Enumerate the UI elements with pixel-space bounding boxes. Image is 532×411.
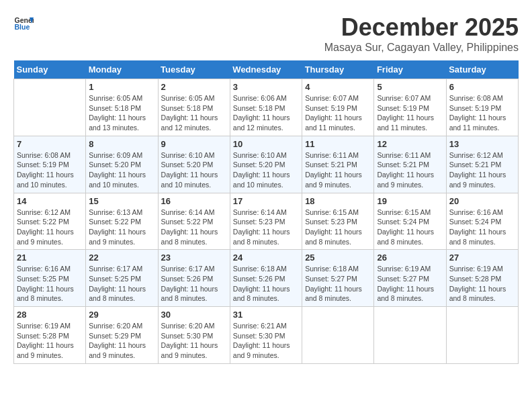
- calendar-cell: 27 Sunrise: 6:19 AMSunset: 5:28 PMDaylig…: [446, 250, 518, 307]
- day-info: Sunrise: 6:09 AMSunset: 5:20 PMDaylight:…: [89, 151, 146, 189]
- day-number: 16: [161, 196, 227, 206]
- title-area: December 2025 Masaya Sur, Cagayan Valley…: [324, 13, 519, 54]
- day-number: 9: [161, 139, 227, 149]
- svg-text:Blue: Blue: [15, 23, 30, 31]
- day-number: 15: [89, 196, 154, 206]
- day-info: Sunrise: 6:05 AMSunset: 5:18 PMDaylight:…: [161, 94, 218, 132]
- day-info: Sunrise: 6:10 AMSunset: 5:20 PMDaylight:…: [161, 151, 218, 189]
- calendar-cell: 22 Sunrise: 6:17 AMSunset: 5:25 PMDaylig…: [86, 250, 158, 307]
- header-sunday: Sunday: [14, 60, 86, 79]
- day-number: 1: [89, 82, 154, 92]
- day-info: Sunrise: 6:05 AMSunset: 5:18 PMDaylight:…: [89, 94, 146, 132]
- calendar-cell: 29 Sunrise: 6:20 AMSunset: 5:29 PMDaylig…: [86, 307, 158, 364]
- week-row-5: 28 Sunrise: 6:19 AMSunset: 5:28 PMDaylig…: [14, 307, 519, 364]
- calendar-cell: 2 Sunrise: 6:05 AMSunset: 5:18 PMDayligh…: [158, 79, 230, 136]
- weekday-header-row: Sunday Monday Tuesday Wednesday Thursday…: [14, 60, 519, 79]
- header-friday: Friday: [374, 60, 446, 79]
- calendar-cell: 18 Sunrise: 6:15 AMSunset: 5:23 PMDaylig…: [302, 193, 374, 250]
- day-number: 11: [305, 139, 371, 149]
- day-number: 5: [377, 82, 443, 92]
- month-title: December 2025: [324, 13, 519, 42]
- calendar-cell: 1 Sunrise: 6:05 AMSunset: 5:18 PMDayligh…: [86, 79, 158, 136]
- day-number: 25: [305, 253, 371, 263]
- day-number: 6: [449, 82, 515, 92]
- day-info: Sunrise: 6:19 AMSunset: 5:27 PMDaylight:…: [377, 265, 434, 302]
- calendar-cell: 31 Sunrise: 6:21 AMSunset: 5:30 PMDaylig…: [230, 307, 302, 364]
- day-info: Sunrise: 6:14 AMSunset: 5:22 PMDaylight:…: [161, 208, 218, 246]
- day-info: Sunrise: 6:11 AMSunset: 5:21 PMDaylight:…: [305, 151, 362, 189]
- day-info: Sunrise: 6:12 AMSunset: 5:21 PMDaylight:…: [449, 151, 506, 189]
- calendar-cell: 12 Sunrise: 6:11 AMSunset: 5:21 PMDaylig…: [374, 136, 446, 193]
- calendar-cell: 5 Sunrise: 6:07 AMSunset: 5:19 PMDayligh…: [374, 79, 446, 136]
- day-number: 8: [89, 139, 154, 149]
- day-info: Sunrise: 6:06 AMSunset: 5:18 PMDaylight:…: [233, 94, 290, 132]
- day-number: 17: [233, 196, 299, 206]
- week-row-1: 1 Sunrise: 6:05 AMSunset: 5:18 PMDayligh…: [14, 79, 519, 136]
- day-number: 21: [17, 253, 83, 263]
- day-number: 27: [449, 253, 515, 263]
- calendar-cell: 25 Sunrise: 6:18 AMSunset: 5:27 PMDaylig…: [302, 250, 374, 307]
- calendar-cell: 19 Sunrise: 6:15 AMSunset: 5:24 PMDaylig…: [374, 193, 446, 250]
- day-info: Sunrise: 6:20 AMSunset: 5:29 PMDaylight:…: [89, 322, 146, 359]
- day-info: Sunrise: 6:16 AMSunset: 5:24 PMDaylight:…: [449, 208, 506, 246]
- calendar-cell: 7 Sunrise: 6:08 AMSunset: 5:19 PMDayligh…: [14, 136, 86, 193]
- day-info: Sunrise: 6:15 AMSunset: 5:24 PMDaylight:…: [377, 208, 434, 246]
- logo-icon: General Blue: [13, 13, 34, 34]
- calendar-cell: 3 Sunrise: 6:06 AMSunset: 5:18 PMDayligh…: [230, 79, 302, 136]
- calendar-cell: 9 Sunrise: 6:10 AMSunset: 5:20 PMDayligh…: [158, 136, 230, 193]
- logo: General Blue: [13, 13, 34, 34]
- calendar-cell: [446, 307, 518, 364]
- week-row-4: 21 Sunrise: 6:16 AMSunset: 5:25 PMDaylig…: [14, 250, 519, 307]
- calendar-cell: 16 Sunrise: 6:14 AMSunset: 5:22 PMDaylig…: [158, 193, 230, 250]
- calendar-cell: 10 Sunrise: 6:10 AMSunset: 5:20 PMDaylig…: [230, 136, 302, 193]
- day-number: 4: [305, 82, 371, 92]
- week-row-3: 14 Sunrise: 6:12 AMSunset: 5:22 PMDaylig…: [14, 193, 519, 250]
- day-info: Sunrise: 6:07 AMSunset: 5:19 PMDaylight:…: [305, 94, 362, 132]
- day-info: Sunrise: 6:14 AMSunset: 5:23 PMDaylight:…: [233, 208, 290, 246]
- calendar-cell: 8 Sunrise: 6:09 AMSunset: 5:20 PMDayligh…: [86, 136, 158, 193]
- day-number: 2: [161, 82, 227, 92]
- day-info: Sunrise: 6:15 AMSunset: 5:23 PMDaylight:…: [305, 208, 362, 246]
- day-number: 3: [233, 82, 299, 92]
- day-number: 23: [161, 253, 227, 263]
- day-info: Sunrise: 6:19 AMSunset: 5:28 PMDaylight:…: [449, 265, 506, 302]
- day-number: 18: [305, 196, 371, 206]
- location-title: Masaya Sur, Cagayan Valley, Philippines: [324, 42, 519, 54]
- day-info: Sunrise: 6:11 AMSunset: 5:21 PMDaylight:…: [377, 151, 434, 189]
- calendar-cell: [14, 79, 86, 136]
- day-number: 31: [233, 310, 299, 320]
- day-info: Sunrise: 6:18 AMSunset: 5:26 PMDaylight:…: [233, 265, 290, 302]
- day-number: 14: [17, 196, 83, 206]
- header-tuesday: Tuesday: [158, 60, 230, 79]
- day-info: Sunrise: 6:19 AMSunset: 5:28 PMDaylight:…: [17, 322, 74, 359]
- calendar-cell: 23 Sunrise: 6:17 AMSunset: 5:26 PMDaylig…: [158, 250, 230, 307]
- week-row-2: 7 Sunrise: 6:08 AMSunset: 5:19 PMDayligh…: [14, 136, 519, 193]
- header-saturday: Saturday: [446, 60, 518, 79]
- calendar-cell: 20 Sunrise: 6:16 AMSunset: 5:24 PMDaylig…: [446, 193, 518, 250]
- day-info: Sunrise: 6:18 AMSunset: 5:27 PMDaylight:…: [305, 265, 362, 302]
- calendar-cell: 30 Sunrise: 6:20 AMSunset: 5:30 PMDaylig…: [158, 307, 230, 364]
- day-info: Sunrise: 6:07 AMSunset: 5:19 PMDaylight:…: [377, 94, 434, 132]
- header-wednesday: Wednesday: [230, 60, 302, 79]
- calendar-cell: [302, 307, 374, 364]
- day-number: 30: [161, 310, 227, 320]
- header: General Blue December 2025 Masaya Sur, C…: [13, 13, 519, 54]
- calendar-cell: 6 Sunrise: 6:08 AMSunset: 5:19 PMDayligh…: [446, 79, 518, 136]
- calendar-cell: 24 Sunrise: 6:18 AMSunset: 5:26 PMDaylig…: [230, 250, 302, 307]
- day-number: 13: [449, 139, 515, 149]
- calendar-cell: 15 Sunrise: 6:13 AMSunset: 5:22 PMDaylig…: [86, 193, 158, 250]
- day-number: 12: [377, 139, 443, 149]
- calendar-cell: 13 Sunrise: 6:12 AMSunset: 5:21 PMDaylig…: [446, 136, 518, 193]
- day-number: 26: [377, 253, 443, 263]
- calendar-cell: 17 Sunrise: 6:14 AMSunset: 5:23 PMDaylig…: [230, 193, 302, 250]
- day-number: 24: [233, 253, 299, 263]
- calendar-cell: 26 Sunrise: 6:19 AMSunset: 5:27 PMDaylig…: [374, 250, 446, 307]
- day-info: Sunrise: 6:12 AMSunset: 5:22 PMDaylight:…: [17, 208, 74, 246]
- day-number: 29: [89, 310, 154, 320]
- day-info: Sunrise: 6:10 AMSunset: 5:20 PMDaylight:…: [233, 151, 290, 189]
- day-number: 10: [233, 139, 299, 149]
- day-info: Sunrise: 6:08 AMSunset: 5:19 PMDaylight:…: [17, 151, 74, 189]
- day-info: Sunrise: 6:13 AMSunset: 5:22 PMDaylight:…: [89, 208, 146, 246]
- calendar-cell: 4 Sunrise: 6:07 AMSunset: 5:19 PMDayligh…: [302, 79, 374, 136]
- day-info: Sunrise: 6:17 AMSunset: 5:25 PMDaylight:…: [89, 265, 146, 302]
